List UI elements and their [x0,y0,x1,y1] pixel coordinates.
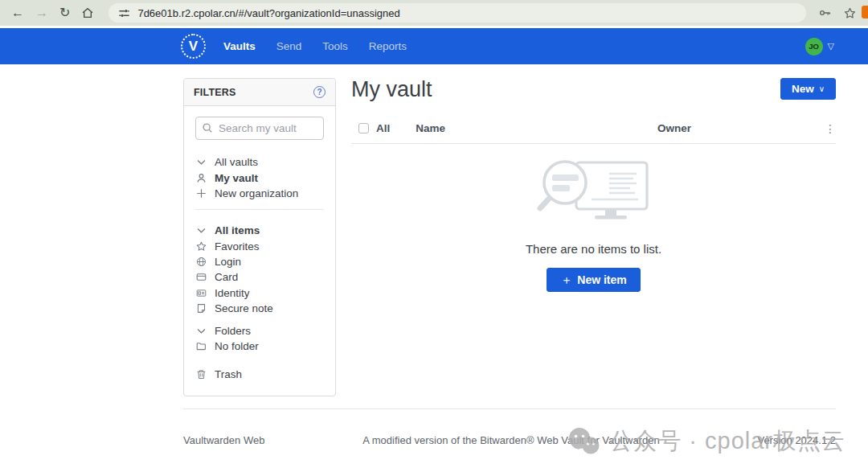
filter-secure-note[interactable]: Secure note [195,301,324,316]
credit-card-icon [195,272,207,282]
vaultwarden-logo-icon[interactable]: V [181,34,206,59]
nav-reports[interactable]: Reports [369,40,407,52]
empty-state: There are no items to list. ＋ New item [351,144,836,292]
new-button[interactable]: New ∨ [780,78,836,100]
page-footer: Vaultwarden Web A modified version of th… [183,408,836,446]
filters-panel: FILTERS ? All vaults My vault [183,78,336,396]
filter-identity[interactable]: Identity [195,285,324,301]
plus-icon [195,188,207,199]
empty-message: There are no items to list. [351,242,836,256]
items-table-header: All Name Owner ⋮ [351,122,836,144]
footer-version: Version 2024.1.2 [757,434,836,446]
column-name: Name [416,122,445,134]
app-navbar: V Vaults Send Tools Reports JO ▽ [0,28,868,64]
account-menu[interactable]: JO ▽ [805,38,834,55]
footer-description: A modified version of the Bitwarden® Web… [264,434,757,446]
plus-icon: ＋ [560,273,572,285]
nav-vaults[interactable]: Vaults [223,40,256,52]
nav-send[interactable]: Send [276,40,302,52]
trash-icon [195,369,207,380]
avatar[interactable]: JO [805,38,823,55]
password-key-icon[interactable] [817,6,832,20]
site-settings-icon[interactable] [118,7,130,19]
select-all-checkbox[interactable] [358,123,369,133]
address-bar[interactable]: 7d6e01b.r2.cpolar.cn/#/vault?organizatio… [108,3,806,23]
filter-all-items[interactable]: All items [195,223,324,238]
kebab-menu-icon[interactable]: ⋮ [825,122,836,135]
vault-main: My vault New ∨ All Name Owner ⋮ [336,78,836,396]
footer-app-name: Vaultwarden Web [183,434,264,446]
column-all: All [376,122,390,134]
filter-trash[interactable]: Trash [195,367,324,382]
browser-toolbar: ← → ↻ 7d6e01b.r2.cpolar.cn/#/vault?organ… [0,0,868,26]
page-title: My vault [351,78,432,102]
new-item-button[interactable]: ＋ New item [547,268,640,292]
url-text[interactable]: 7d6e01b.r2.cpolar.cn/#/vault?organizatio… [137,7,399,19]
filter-favorites[interactable]: Favorites [195,239,324,254]
extension-icon[interactable] [862,6,868,18]
person-icon [195,173,207,183]
search-input[interactable] [195,117,324,140]
globe-icon [195,257,207,267]
back-icon[interactable]: ← [11,6,24,19]
forward-icon[interactable]: → [35,6,48,19]
reload-icon[interactable]: ↻ [59,6,70,19]
filter-login[interactable]: Login [195,254,324,269]
divider [195,209,324,210]
search-icon [202,122,213,137]
filter-new-organization[interactable]: New organization [195,186,324,201]
chevron-down-icon: ▽ [828,42,834,51]
column-owner: Owner [657,122,825,134]
help-icon[interactable]: ? [313,86,326,98]
filter-my-vault[interactable]: My vault [195,170,324,185]
note-icon [195,303,207,314]
folder-icon [195,341,207,351]
home-icon[interactable] [81,6,94,19]
chevron-down-icon[interactable] [195,225,207,236]
id-card-icon [195,288,207,298]
nav-tools[interactable]: Tools [322,40,348,52]
chevron-down-icon: ∨ [819,84,825,93]
chevron-down-icon[interactable] [195,157,207,167]
filters-title: FILTERS [194,87,236,98]
star-icon [195,241,207,252]
chevron-down-icon[interactable] [195,326,207,336]
bookmark-star-icon[interactable] [843,6,857,20]
filter-folders[interactable]: Folders [195,322,324,338]
filter-all-vaults[interactable]: All vaults [195,154,324,170]
empty-search-illustration [533,158,655,225]
filter-no-folder[interactable]: No folder [195,339,324,354]
filter-card[interactable]: Card [195,269,324,285]
